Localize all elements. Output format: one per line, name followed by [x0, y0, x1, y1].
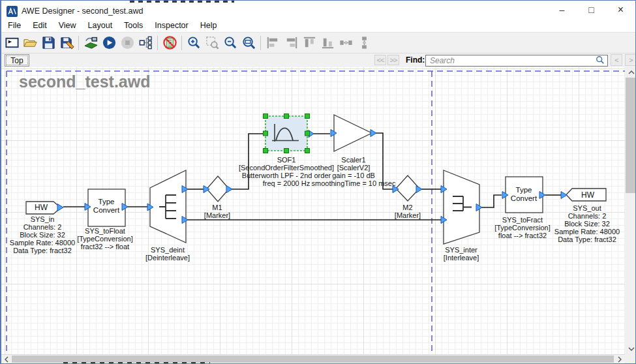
menu-help[interactable]: Help: [194, 20, 223, 31]
annotation-scaler1: Scaler1 [ScalerV2] gain = -10 dB smoothi…: [295, 156, 412, 187]
hw-in-label: HW: [35, 203, 48, 212]
find-prev-button[interactable]: <: [611, 54, 622, 66]
block-sof1[interactable]: [264, 114, 314, 153]
search-icon[interactable]: [596, 55, 605, 65]
propagate-changes-button[interactable]: [136, 34, 155, 52]
selection-handle[interactable]: [305, 149, 310, 153]
selection-handle[interactable]: [305, 114, 310, 119]
zoom-fit-icon: [241, 35, 256, 50]
align-bottom-button[interactable]: [318, 34, 337, 52]
distribute-horizontal-button[interactable]: [337, 34, 355, 52]
stop-icon: [120, 35, 135, 50]
chevron-down-icon: [628, 347, 635, 351]
align-left-button[interactable]: [264, 34, 282, 52]
toolbar: [1, 32, 635, 53]
open-folder-icon: [23, 35, 38, 50]
schematic-layer: HW Type Convert Type Convert HW: [1, 67, 625, 354]
scroll-up-button[interactable]: [625, 67, 636, 78]
save-as-button[interactable]: [57, 34, 76, 52]
new-design-button[interactable]: [3, 34, 21, 52]
tab-top[interactable]: Top: [5, 54, 29, 67]
hw-out-label: HW: [581, 190, 595, 200]
type-convert-label: Convert: [511, 194, 538, 202]
zoom-selection-icon: [205, 35, 220, 50]
align-top-button[interactable]: [300, 34, 318, 52]
annotation-sys-out: SYS_out Channels: 2 Block Size: 32 Sampl…: [546, 204, 625, 243]
connect-target-button[interactable]: [82, 34, 100, 52]
clipped-text-fragment-top: [130, 1, 234, 3]
selection-handle[interactable]: [305, 131, 310, 136]
window-title: AWE Designer - second_test.awd: [22, 7, 143, 16]
menu-view[interactable]: View: [53, 20, 82, 31]
selection-handle[interactable]: [264, 114, 268, 119]
connect-target-icon: [83, 35, 98, 50]
port[interactable]: [561, 192, 567, 199]
menu-file[interactable]: File: [2, 20, 27, 31]
find-next-button[interactable]: >: [625, 54, 636, 66]
block-m1[interactable]: [207, 176, 229, 202]
menu-inspector[interactable]: Inspector: [149, 20, 194, 31]
distribute-vertical-icon: [357, 35, 372, 50]
design-canvas[interactable]: second_test.awd: [1, 67, 625, 354]
align-left-icon: [265, 35, 280, 50]
type-convert-label: Convert: [93, 206, 120, 214]
save-button[interactable]: [39, 34, 57, 52]
scroll-left-button[interactable]: [1, 355, 12, 363]
hardware-mute-button[interactable]: [160, 34, 179, 52]
minimize-button[interactable]: –: [547, 1, 577, 19]
open-file-button[interactable]: [21, 34, 39, 52]
find-next-all-button[interactable]: >>: [387, 55, 399, 65]
find-label: Find:: [406, 55, 425, 65]
toolbar-separator: [260, 36, 261, 50]
selection-handle[interactable]: [264, 149, 268, 153]
type-convert-label: Type: [516, 186, 532, 194]
search-input[interactable]: [425, 55, 608, 67]
toolbar-separator: [181, 36, 182, 50]
port[interactable]: [416, 186, 422, 193]
annotation-m2: M2 [Marker]: [367, 204, 449, 219]
menu-tools[interactable]: Tools: [118, 20, 149, 31]
run-button[interactable]: [100, 34, 118, 52]
wire[interactable]: [481, 195, 502, 207]
scroll-down-button[interactable]: [625, 344, 636, 354]
distribute-horizontal-icon: [339, 35, 354, 50]
menu-layout[interactable]: Layout: [82, 20, 119, 31]
app-window: AWE Designer - second_test.awd – □ × Fil…: [0, 0, 636, 364]
selection-handle[interactable]: [264, 131, 268, 136]
annotation-m1: M1 [Marker]: [176, 204, 258, 219]
find-prev-all-button[interactable]: <<: [374, 55, 386, 65]
zoom-fit-button[interactable]: [239, 34, 258, 52]
vertical-scroll-thumb[interactable]: [626, 78, 636, 193]
selection-handle[interactable]: [284, 114, 289, 119]
maximize-button[interactable]: □: [577, 1, 606, 19]
title-bar: AWE Designer - second_test.awd – □ ×: [1, 1, 635, 19]
menu-bar: File Edit View Layout Tools Inspector He…: [1, 19, 635, 32]
align-right-icon: [284, 35, 299, 50]
distribute-vertical-button[interactable]: [355, 34, 373, 52]
toolbar-separator: [157, 36, 158, 50]
zoom-selection-button[interactable]: [203, 34, 221, 52]
toolbar-separator: [78, 36, 79, 50]
stop-button[interactable]: [118, 34, 136, 52]
chevron-left-icon: [5, 356, 8, 363]
zoom-out-icon: [223, 35, 238, 50]
block-sys-inter[interactable]: [444, 170, 479, 244]
zoom-out-button[interactable]: [221, 34, 239, 52]
propagate-changes-icon: [138, 35, 153, 50]
zoom-in-icon: [187, 35, 202, 50]
scrollbar-corner: [625, 354, 636, 364]
selection-handle[interactable]: [284, 149, 289, 153]
scroll-right-button[interactable]: [614, 355, 625, 363]
align-right-button[interactable]: [282, 34, 300, 52]
block-scaler1[interactable]: [334, 115, 372, 151]
vertical-scrollbar[interactable]: [625, 67, 636, 354]
menu-edit[interactable]: Edit: [27, 20, 53, 31]
port[interactable]: [371, 130, 376, 137]
zoom-in-button[interactable]: [185, 34, 203, 52]
play-icon: [102, 35, 117, 50]
tab-bar: Top << >> Find: < >: [1, 53, 635, 67]
chevron-right-icon: [618, 356, 622, 363]
no-audio-icon: [162, 35, 177, 50]
close-button[interactable]: ×: [606, 1, 635, 19]
port[interactable]: [57, 204, 63, 211]
